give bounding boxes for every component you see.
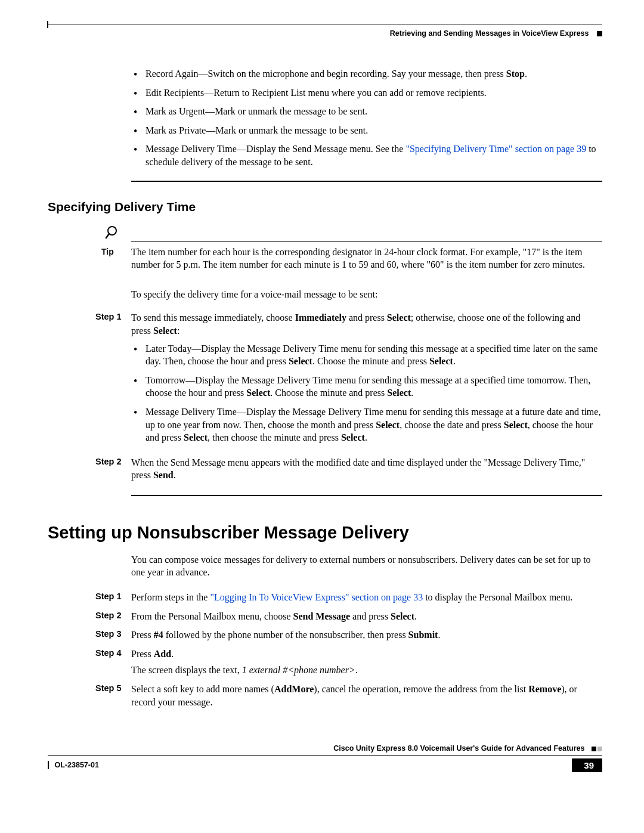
text: .: [365, 432, 367, 442]
text: Mark as Private—Mark or unmark the messa…: [145, 125, 368, 135]
step-label: Step 1: [95, 311, 131, 321]
cross-ref-link[interactable]: "Logging In To VoiceView Express" sectio…: [210, 592, 423, 602]
chapter-title: Retrieving and Sending Messages in Voice…: [390, 29, 589, 38]
text: , choose the date and press: [400, 420, 504, 430]
svg-line-1: [106, 234, 109, 238]
bold-text: Submit: [408, 630, 438, 640]
top-rule: [48, 24, 602, 24]
step-text: Press #4 followed by the phone number of…: [131, 628, 602, 642]
text: OL-23857-01: [55, 761, 99, 769]
bold-text: Select: [184, 432, 208, 442]
step-row: Step 2 When the Send Message menu appear…: [95, 456, 602, 482]
step-label: Step 5: [95, 683, 131, 693]
text: ), cancel the operation, remove the addr…: [314, 684, 528, 694]
bold-text: Select: [429, 356, 453, 366]
text: Edit Recipients—Return to Recipient List…: [145, 88, 487, 98]
step-label: Step 2: [95, 456, 131, 466]
step-row: Step 4 Press Add. The screen displays th…: [95, 648, 602, 677]
text: , then choose the minute and press: [208, 432, 341, 442]
step-label: Step 2: [95, 610, 131, 620]
tip-icon-wrap: [103, 225, 602, 243]
text: Mark as Urgent—Mark or unmark the messag…: [145, 106, 367, 116]
bold-text: Remove: [528, 684, 561, 694]
text: and press: [346, 312, 387, 323]
text: followed by the phone number of the nons…: [163, 630, 408, 640]
step-row: Step 2 From the Personal Mailbox menu, c…: [95, 610, 602, 623]
text: .: [438, 630, 440, 640]
intro-paragraph: To specify the delivery time for a voice…: [131, 288, 602, 301]
bold-text: #4: [154, 630, 163, 640]
tip-block: Tip The item number for each hour is the…: [101, 241, 602, 271]
bold-text: Stop: [506, 69, 525, 79]
text: . Choose the minute and press: [270, 388, 387, 398]
bold-text: Immediately: [295, 312, 346, 323]
step-row: Step 5 Select a soft key to add more nam…: [95, 683, 602, 708]
text: .: [453, 356, 456, 366]
header-square-icon: [597, 31, 602, 36]
text: .: [411, 388, 413, 398]
bold-text: Select: [387, 388, 411, 398]
section-rule: [131, 495, 602, 496]
bold-text: Select: [391, 611, 414, 621]
text: and press: [350, 611, 391, 621]
step-text: To send this message immediately, choose…: [131, 311, 602, 450]
page-footer: Cisco Unity Express 8.0 Voicemail User's…: [48, 744, 602, 772]
page-number: 39: [572, 758, 602, 772]
step-text: From the Personal Mailbox menu, choose S…: [131, 610, 602, 623]
step-row: Step 1 To send this message immediately,…: [95, 311, 602, 450]
bold-text: Send Message: [293, 611, 351, 621]
text: Record Again—Switch on the microphone an…: [145, 69, 506, 79]
step-row: Step 1 Perform steps in the "Logging In …: [95, 591, 602, 604]
step-label: Step 4: [95, 648, 131, 658]
magnifier-tip-icon: [103, 225, 119, 240]
italic-text: 1 external #<phone number>: [242, 665, 355, 675]
text: Perform steps in the: [131, 592, 210, 602]
text: to display the Personal Mailbox menu.: [423, 592, 572, 602]
footer-docid: OL-23857-01: [48, 761, 99, 769]
footer-rule: [48, 755, 602, 756]
chapter-header: Retrieving and Sending Messages in Voice…: [48, 29, 602, 38]
section-rule: [131, 181, 602, 182]
bold-text: Select: [246, 388, 270, 398]
text: :: [177, 326, 179, 336]
text: Press: [131, 630, 154, 640]
bold-text: Select: [376, 420, 400, 430]
bold-text: AddMore: [274, 684, 314, 694]
bold-text: Select: [504, 420, 528, 430]
text: Cisco Unity Express 8.0 Voicemail User's…: [333, 744, 584, 753]
text: To send this message immediately, choose: [131, 312, 295, 323]
subheading-specifying: Specifying Delivery Time: [48, 200, 602, 214]
text: .: [525, 69, 527, 79]
step-label: Step 3: [95, 628, 131, 639]
bold-text: Add: [154, 649, 171, 659]
top-bullet-list: Record Again—Switch on the microphone an…: [131, 67, 602, 169]
text: Press: [131, 649, 154, 659]
document-page: Retrieving and Sending Messages in Voice…: [0, 0, 644, 796]
step-label: Step 1: [95, 591, 131, 601]
tip-rule: [131, 241, 602, 242]
bold-text: Send: [153, 470, 174, 480]
tip-text: The item number for each hour is the cor…: [131, 246, 602, 271]
text: From the Personal Mailbox menu, choose: [131, 611, 293, 621]
list-item: Message Delivery Time—Display the Send M…: [131, 143, 602, 168]
text: .: [174, 470, 176, 480]
bold-text: Select: [387, 312, 411, 323]
cross-ref-link[interactable]: "Specifying Delivery Time" section on pa…: [405, 144, 586, 154]
screen-output: The screen displays the text, 1 external…: [131, 664, 602, 677]
list-item: Mark as Private—Mark or unmark the messa…: [131, 124, 602, 137]
list-item: Tomorrow—Display the Message Delivery Ti…: [131, 374, 602, 400]
text: Select a soft key to add more names (: [131, 684, 274, 694]
main-heading-nonsubscriber: Setting up Nonsubscriber Message Deliver…: [48, 523, 602, 543]
step-row: Step 3 Press #4 followed by the phone nu…: [95, 628, 602, 642]
list-item: Edit Recipients—Return to Recipient List…: [131, 86, 602, 100]
step-text: Press Add. The screen displays the text,…: [131, 648, 602, 677]
step-text: When the Send Message menu appears with …: [131, 456, 602, 482]
bold-text: Select: [153, 326, 177, 336]
text: .: [355, 665, 358, 675]
bold-text: Select: [289, 356, 312, 366]
intro-paragraph: You can compose voice messages for deliv…: [131, 553, 602, 579]
list-item: Mark as Urgent—Mark or unmark the messag…: [131, 105, 602, 118]
list-item: Record Again—Switch on the microphone an…: [131, 67, 602, 80]
list-item: Later Today—Display the Message Delivery…: [131, 342, 602, 368]
list-item: Message Delivery Time—Display the Messag…: [131, 405, 602, 444]
